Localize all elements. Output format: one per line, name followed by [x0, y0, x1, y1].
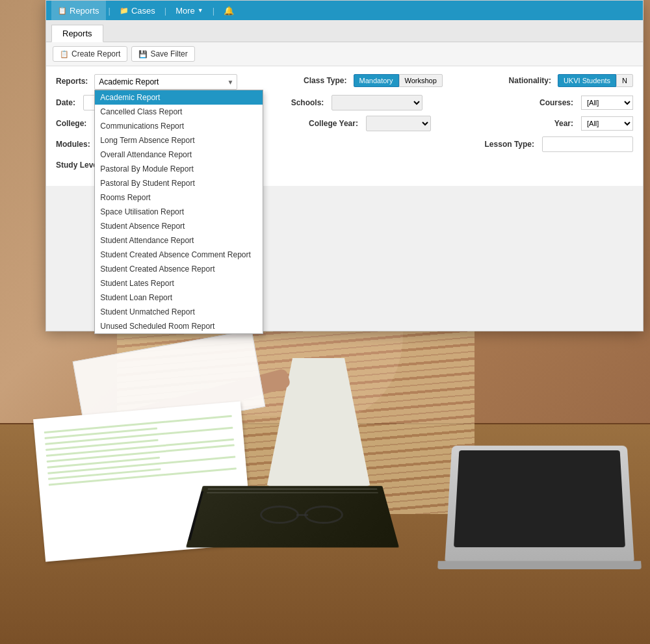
dropdown-item-space-utilisation[interactable]: Space Utilisation Report [95, 205, 263, 219]
reports-dropdown-container: Academic Report ▼ Academic Report Cancel… [94, 74, 237, 90]
nav-sep-3: | [213, 6, 214, 16]
date-label: Date: [56, 98, 78, 107]
reports-label: Reports: [56, 74, 90, 86]
create-report-label: Create Report [72, 49, 120, 58]
college-year-select[interactable] [366, 116, 431, 131]
reports-icon: 📋 [58, 6, 67, 15]
dropdown-item-long-term-absence[interactable]: Long Term Absence Report [95, 133, 263, 148]
tab-reports[interactable]: Reports [51, 25, 103, 42]
dropdown-item-overall-attendance[interactable]: Overall Attendance Report [95, 148, 263, 162]
dropdown-item-student-unmatched[interactable]: Student Unmatched Report [95, 305, 263, 319]
dropdown-item-student-created-absence-comment[interactable]: Student Created Absence Comment Report [95, 248, 263, 262]
schools-label: Schools: [291, 98, 327, 107]
year-select[interactable]: [All] [581, 116, 633, 131]
nav-sep-1: | [109, 6, 110, 16]
reports-dropdown-list: Academic Report Cancelled Class Report C… [94, 90, 263, 334]
form-row-1: Reports: Academic Report ▼ Academic Repo… [56, 74, 633, 90]
lesson-type-input[interactable] [542, 136, 633, 152]
chevron-down-icon: ▼ [198, 7, 203, 14]
nav-bell[interactable]: 🔔 [217, 1, 240, 20]
class-type-workshop[interactable]: Workshop [399, 74, 443, 87]
courses-label: Courses: [540, 98, 576, 107]
app-window: 📋 Reports | 📁 Cases | More ▼ | 🔔 Reports… [46, 0, 644, 331]
create-report-button[interactable]: 📋 Create Report [53, 46, 127, 62]
save-filter-button[interactable]: 💾 Save Filter [131, 46, 194, 62]
tab-bar: Reports [46, 20, 643, 42]
year-label: Year: [554, 119, 576, 128]
nationality-n[interactable]: N [616, 74, 633, 87]
dropdown-item-student-loan[interactable]: Student Loan Report [95, 290, 263, 305]
nationality-label: Nationality: [509, 76, 554, 85]
nav-more-label: More [176, 6, 195, 16]
college-label: College: [56, 119, 89, 128]
dropdown-item-cancelled-class[interactable]: Cancelled Class Report [95, 105, 263, 119]
nav-reports-label: Reports [70, 6, 99, 16]
reports-select[interactable]: Academic Report [94, 74, 237, 90]
dropdown-item-academic-report[interactable]: Academic Report [95, 90, 263, 105]
save-filter-icon: 💾 [138, 50, 148, 58]
nationality-group: UKVI Students N [558, 74, 633, 87]
main-content: Reports: Academic Report ▼ Academic Repo… [46, 66, 643, 186]
dropdown-item-student-lates[interactable]: Student Lates Report [95, 276, 263, 290]
dropdown-item-student-attendance[interactable]: Student Attendance Report [95, 233, 263, 248]
nav-reports[interactable]: 📋 Reports [51, 1, 106, 20]
top-navbar: 📋 Reports | 📁 Cases | More ▼ | 🔔 [46, 1, 643, 20]
dropdown-item-student-created-absence[interactable]: Student Created Absence Report [95, 262, 263, 276]
toolbar: 📋 Create Report 💾 Save Filter [46, 42, 643, 66]
dropdown-item-pastoral-by-module[interactable]: Pastoral By Module Report [95, 162, 263, 176]
save-filter-label: Save Filter [150, 49, 187, 58]
nav-cases[interactable]: 📁 Cases [113, 1, 162, 20]
cases-icon: 📁 [120, 6, 129, 15]
nav-more[interactable]: More ▼ [169, 1, 210, 20]
modules-label: Modules: [56, 140, 93, 149]
lesson-type-label: Lesson Type: [485, 140, 537, 149]
dropdown-item-pastoral-by-student[interactable]: Pastoral By Student Report [95, 176, 263, 190]
college-year-label: College Year: [309, 119, 361, 128]
tab-reports-label: Reports [62, 29, 92, 38]
class-type-group: Mandatory Workshop [354, 74, 443, 87]
dropdown-item-rooms[interactable]: Rooms Report [95, 190, 263, 205]
class-type-label: Class Type: [304, 76, 349, 85]
courses-select[interactable]: [All] [581, 96, 633, 110]
schools-select[interactable] [332, 95, 422, 110]
nav-cases-label: Cases [131, 6, 155, 16]
create-report-icon: 📋 [60, 50, 69, 58]
bell-icon: 🔔 [224, 6, 234, 16]
laptop [445, 446, 634, 561]
dropdown-item-student-absence[interactable]: Student Absence Report [95, 219, 263, 233]
nav-sep-2: | [164, 6, 166, 16]
dropdown-item-communications[interactable]: Communications Report [95, 119, 263, 133]
nationality-ukvi[interactable]: UKVI Students [558, 74, 616, 87]
dropdown-item-unused-scheduled-room[interactable]: Unused Scheduled Room Report [95, 319, 263, 333]
class-type-mandatory[interactable]: Mandatory [354, 74, 399, 87]
